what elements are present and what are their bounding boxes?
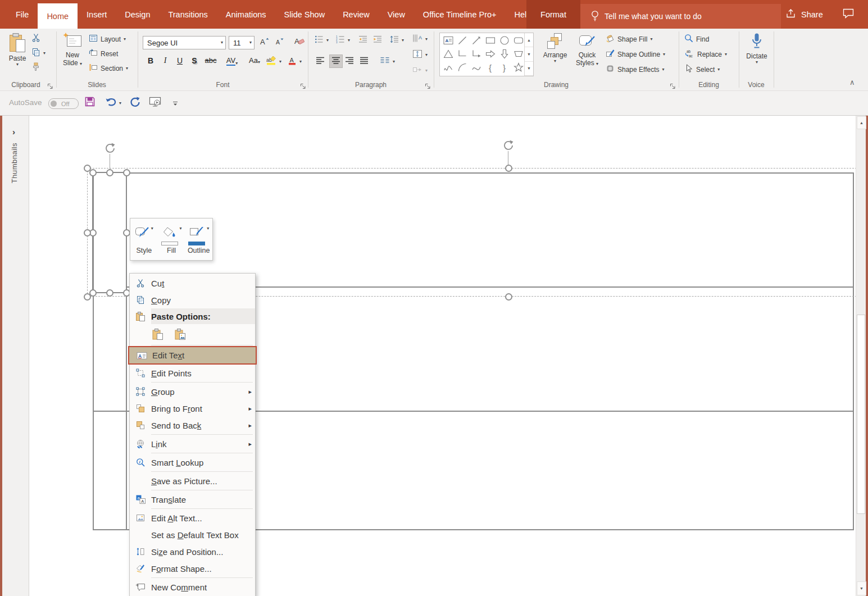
shape-effects-button[interactable]: Shape Effects▾	[606, 64, 665, 75]
gallery-scroll-down-button[interactable]: ▼	[525, 47, 533, 61]
rectangle-shape-icon[interactable]	[483, 34, 497, 47]
scroll-up-button[interactable]: ▲	[857, 116, 866, 129]
undo-button[interactable]	[104, 97, 118, 109]
paste-keep-source-formatting-button[interactable]	[150, 326, 166, 342]
down-arrow-shape-icon[interactable]	[497, 47, 511, 61]
columns-button[interactable]: ▾	[380, 56, 395, 67]
mini-outline-button[interactable]: ▾ Outline	[185, 219, 212, 260]
save-button[interactable]	[83, 97, 97, 109]
menu-item-edit-alt-text[interactable]: Edit Alt Text...	[130, 509, 255, 526]
triangle-shape-icon[interactable]	[441, 47, 455, 61]
increase-font-size-button[interactable]: A	[260, 37, 270, 47]
replace-button[interactable]: abacReplace▾	[684, 49, 727, 60]
selection-handle[interactable]	[505, 293, 512, 301]
menu-item-link[interactable]: Link▸	[130, 435, 255, 452]
text-shadow-button[interactable]: S	[188, 56, 201, 65]
line-shape-icon[interactable]	[455, 34, 469, 47]
shape-outline-button[interactable]: Shape Outline▾	[606, 49, 665, 60]
decrease-indent-button[interactable]	[358, 35, 367, 46]
font-name-combobox[interactable]: Segoe UI▾	[143, 36, 226, 49]
selection-handle[interactable]	[84, 165, 91, 172]
comments-button[interactable]	[843, 8, 857, 21]
redo-button[interactable]	[128, 97, 142, 109]
right-arrow-shape-icon[interactable]	[483, 47, 497, 61]
menu-item-edit-text[interactable]: AEdit Text	[128, 346, 257, 365]
paste-button[interactable]: Paste ▾	[6, 33, 29, 67]
shape-fill-button[interactable]: Shape Fill▾	[606, 34, 652, 44]
cut-button[interactable]	[31, 33, 40, 44]
line-spacing-button[interactable]: ▾	[390, 35, 404, 46]
italic-button[interactable]: I	[158, 56, 172, 65]
autosave-toggle[interactable]: Off	[48, 98, 79, 109]
selection-handle[interactable]	[84, 229, 91, 236]
collapse-ribbon-button[interactable]: ∧	[849, 78, 855, 87]
mini-style-button[interactable]: ▾ Style	[130, 219, 158, 260]
scribble-shape-icon[interactable]	[441, 61, 455, 74]
selection-handle[interactable]	[505, 165, 512, 172]
selection-handle[interactable]	[123, 229, 130, 236]
menu-item-format-shape[interactable]: Format Shape...	[130, 560, 255, 577]
flowchart-shape-icon[interactable]	[511, 47, 525, 61]
tab-home[interactable]: Home	[38, 3, 78, 29]
bold-button[interactable]: B	[144, 56, 157, 65]
underline-button[interactable]: U	[173, 56, 187, 65]
oval-shape-icon[interactable]	[497, 34, 511, 47]
menu-item-bring-to-front[interactable]: Bring to Front▸	[130, 400, 255, 417]
tab-review[interactable]: Review	[334, 0, 379, 29]
justify-button[interactable]	[360, 56, 369, 67]
layout-button[interactable]: Layout▾	[89, 34, 126, 44]
arrow-shape-icon[interactable]	[469, 34, 483, 47]
menu-item-new-comment[interactable]: New Comment	[130, 579, 255, 595]
menu-item-save-as-picture[interactable]: Save as Picture...	[130, 472, 255, 489]
align-left-button[interactable]	[316, 56, 325, 67]
rounded-rectangle-shape-icon[interactable]	[511, 34, 525, 47]
arc-shape-icon[interactable]	[455, 61, 469, 74]
select-button[interactable]: Select▾	[684, 64, 720, 75]
align-text-button[interactable]: ▾	[412, 49, 428, 60]
increase-indent-button[interactable]	[373, 35, 382, 46]
share-button[interactable]: Share	[785, 0, 823, 29]
bullets-button[interactable]: ▾	[315, 35, 329, 46]
character-spacing-button[interactable]: AV▾	[221, 56, 243, 66]
strikethrough-button[interactable]: abc	[202, 56, 219, 65]
rotate-handle-icon[interactable]	[104, 143, 116, 154]
elbow-connector-shape-icon[interactable]	[455, 47, 469, 61]
convert-to-smartart-button[interactable]: ▾	[412, 65, 428, 76]
left-brace-shape-icon[interactable]: {	[483, 61, 497, 74]
scroll-down-button[interactable]: ▼	[857, 581, 866, 595]
tab-format[interactable]: Format	[526, 0, 580, 29]
tab-file[interactable]: File	[7, 0, 38, 29]
tab-design[interactable]: Design	[116, 0, 159, 29]
textbox-shape-icon[interactable]: A	[441, 34, 455, 47]
tab-transitions[interactable]: Transitions	[159, 0, 216, 29]
menu-item-group[interactable]: Group▸	[130, 383, 255, 400]
menu-item-paste-options[interactable]: Paste Options:	[130, 308, 255, 324]
text-highlight-button[interactable]: ab▾	[266, 56, 281, 67]
paste-as-picture-button[interactable]	[172, 326, 188, 342]
text-direction-button[interactable]: A▾	[412, 34, 428, 44]
selection-handle[interactable]	[84, 293, 91, 301]
decrease-font-size-button[interactable]: A	[275, 37, 284, 47]
selection-handle[interactable]	[106, 169, 113, 176]
scrollbar-thumb[interactable]	[857, 315, 865, 514]
menu-item-cut[interactable]: Cut	[130, 275, 255, 292]
start-slideshow-button[interactable]	[148, 97, 162, 109]
menu-item-edit-points[interactable]: Edit Points	[130, 365, 255, 381]
font-color-button[interactable]: A▾	[288, 56, 302, 67]
align-center-button[interactable]	[329, 54, 343, 68]
new-slide-button[interactable]: New Slide ▾	[58, 33, 87, 67]
menu-item-copy[interactable]: Copy	[130, 292, 255, 308]
tab-animations[interactable]: Animations	[217, 0, 275, 29]
star-shape-icon[interactable]	[511, 61, 525, 74]
tab-office-timeline-pro-[interactable]: Office Timeline Pro+	[414, 0, 506, 29]
customize-qat-button[interactable]	[169, 97, 182, 110]
menu-item-smart-lookup[interactable]: iSmart Lookup	[130, 454, 255, 471]
format-painter-button[interactable]	[31, 62, 40, 73]
dictate-button[interactable]: Dictate ▾	[743, 33, 771, 65]
numbering-button[interactable]: 123▾	[336, 35, 350, 46]
tab-slide-show[interactable]: Slide Show	[275, 0, 334, 29]
selection-handle[interactable]	[106, 289, 113, 297]
rotate-handle-icon[interactable]	[503, 140, 514, 151]
right-brace-shape-icon[interactable]: }	[497, 61, 511, 74]
paragraph-dialog-launcher[interactable]	[425, 81, 431, 88]
